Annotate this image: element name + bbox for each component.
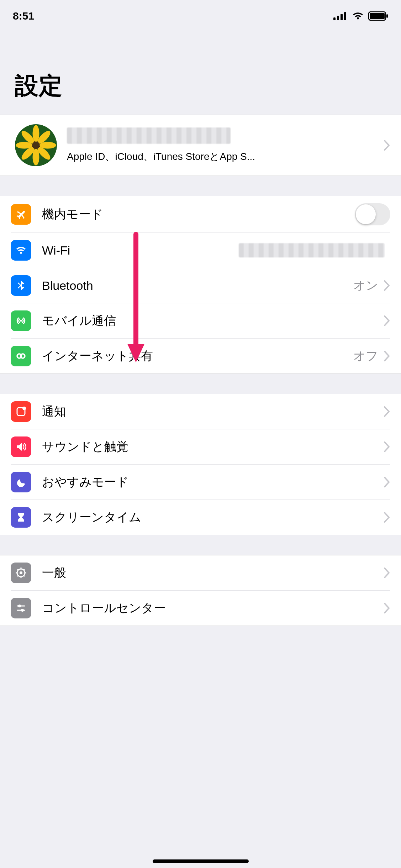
sounds-icon <box>11 436 31 457</box>
svg-rect-2 <box>341 14 343 20</box>
chevron-right-icon <box>384 512 390 523</box>
gear-icon <box>11 563 31 583</box>
chevron-right-icon <box>384 477 390 487</box>
bluetooth-row[interactable]: Bluetooth オン <box>0 268 401 303</box>
chevron-right-icon <box>384 140 390 151</box>
profile-subtitle: Apple ID、iCloud、iTunes StoreとApp S... <box>67 150 374 163</box>
bluetooth-icon <box>11 275 31 296</box>
row-label: コントロールセンター <box>42 600 384 616</box>
hourglass-icon <box>11 507 31 528</box>
home-indicator <box>153 859 249 863</box>
profile-name <box>67 127 374 147</box>
airplane-mode-row[interactable]: 機内モード <box>0 196 401 232</box>
profile-text: Apple ID、iCloud、iTunes StoreとApp S... <box>67 127 374 163</box>
cellular-row[interactable]: モバイル通信 <box>0 303 401 338</box>
row-label: 一般 <box>42 565 384 581</box>
chevron-right-icon <box>384 315 390 326</box>
status-time: 8:51 <box>13 10 34 22</box>
svg-line-32 <box>17 575 19 576</box>
row-label: スクリーンタイム <box>42 509 384 525</box>
cellular-icon <box>11 310 31 331</box>
airplane-toggle[interactable] <box>355 203 390 225</box>
redacted-name <box>67 127 231 144</box>
svg-point-17 <box>32 141 39 149</box>
row-label: モバイル通信 <box>42 313 384 329</box>
general-group: 一般 コントロールセンター <box>0 555 401 626</box>
row-label: 通知 <box>42 403 384 420</box>
svg-line-30 <box>23 575 25 576</box>
battery-icon <box>368 11 388 21</box>
svg-line-29 <box>17 569 19 570</box>
row-label: 機内モード <box>42 206 355 223</box>
hotspot-icon <box>11 346 31 366</box>
row-label: Bluetooth <box>42 279 353 293</box>
row-label: インターネット共有 <box>42 348 353 364</box>
screentime-row[interactable]: スクリーンタイム <box>0 500 401 535</box>
avatar <box>15 124 57 166</box>
svg-rect-3 <box>344 12 346 20</box>
svg-point-35 <box>18 605 21 607</box>
chevron-right-icon <box>384 406 390 417</box>
status-indicators <box>333 11 388 21</box>
row-value: オン <box>353 277 378 294</box>
wifi-settings-icon <box>11 240 31 261</box>
hotspot-row[interactable]: インターネット共有 オフ <box>0 338 401 373</box>
sounds-row[interactable]: サウンドと触覚 <box>0 429 401 464</box>
svg-point-24 <box>20 571 22 574</box>
wifi-icon <box>352 12 364 20</box>
apple-id-row[interactable]: Apple ID、iCloud、iTunes StoreとApp S... <box>0 115 401 176</box>
moon-icon <box>11 472 31 492</box>
controlcenter-icon <box>11 598 31 618</box>
chevron-right-icon <box>384 441 390 452</box>
controlcenter-row[interactable]: コントロールセンター <box>0 590 401 626</box>
general-row[interactable]: 一般 <box>0 555 401 590</box>
row-label: おやすみモード <box>42 474 384 490</box>
row-label: Wi-Fi <box>42 244 239 257</box>
airplane-icon <box>11 204 31 225</box>
notifications-group: 通知 サウンドと触覚 おやすみモード スクリーンタイム <box>0 394 401 535</box>
notifications-icon <box>11 401 31 422</box>
redacted-wifi-value <box>239 243 385 257</box>
wifi-row[interactable]: Wi-Fi <box>0 232 401 268</box>
status-bar: 8:51 <box>0 0 401 32</box>
row-label: サウンドと触覚 <box>42 439 384 455</box>
svg-point-18 <box>20 320 22 322</box>
notifications-row[interactable]: 通知 <box>0 394 401 429</box>
chevron-right-icon <box>384 351 390 361</box>
svg-point-36 <box>21 609 24 612</box>
cellular-signal-icon <box>333 12 348 20</box>
chevron-right-icon <box>384 603 390 613</box>
row-value: オフ <box>353 348 378 364</box>
svg-point-22 <box>22 407 26 410</box>
chevron-right-icon <box>384 568 390 578</box>
svg-rect-0 <box>333 17 336 20</box>
connectivity-group: 機内モード Wi-Fi Bluetooth オン モバイル通信 <box>0 196 401 374</box>
svg-rect-1 <box>337 16 339 20</box>
svg-line-31 <box>23 569 25 570</box>
svg-rect-5 <box>370 13 385 19</box>
profile-group: Apple ID、iCloud、iTunes StoreとApp S... <box>0 115 401 176</box>
chevron-right-icon <box>384 280 390 291</box>
page-title: 設定 <box>0 32 401 115</box>
dnd-row[interactable]: おやすみモード <box>0 464 401 500</box>
svg-rect-6 <box>386 14 388 18</box>
